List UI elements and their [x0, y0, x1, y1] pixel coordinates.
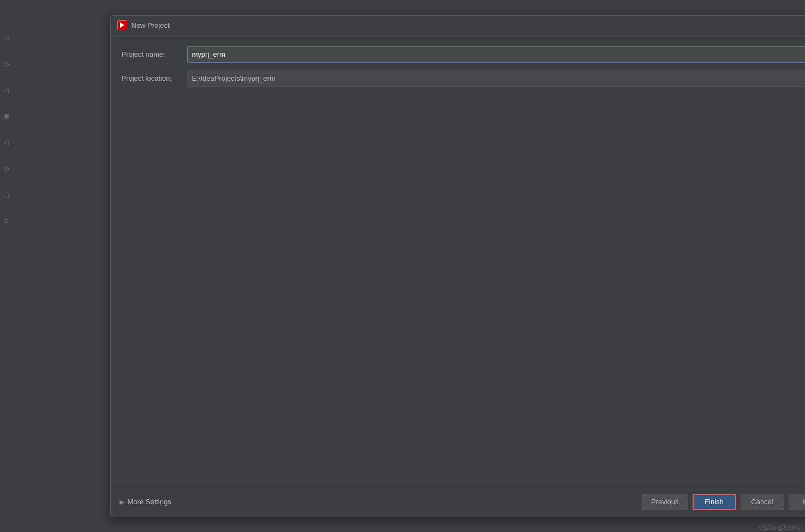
- project-location-input[interactable]: [187, 70, 806, 87]
- finish-button[interactable]: Finish: [693, 494, 736, 510]
- dialog-titlebar: New Project ✕: [111, 16, 806, 35]
- new-project-dialog: New Project ✕ Project name: Project loca…: [110, 15, 806, 517]
- project-name-input[interactable]: [187, 46, 806, 63]
- project-name-row: Project name:: [122, 46, 806, 63]
- sidebar: ◁ ◎ ◁ ▣ ◁ ◎ ▢ ≡: [0, 0, 12, 532]
- footer-buttons: Previous Finish Cancel Help: [642, 494, 805, 510]
- dialog-content: Project name: Project location: ...: [111, 35, 806, 487]
- app-logo-icon: [117, 20, 127, 30]
- sidebar-icon-5[interactable]: ◁: [1, 138, 11, 147]
- dialog-body: [122, 94, 806, 481]
- sidebar-icon-2[interactable]: ◎: [1, 59, 11, 69]
- dialog-title: New Project: [132, 21, 170, 29]
- sidebar-icon-1[interactable]: ◁: [1, 33, 11, 43]
- sidebar-icon-7[interactable]: ▢: [1, 190, 11, 200]
- project-location-label: Project location:: [122, 74, 182, 82]
- help-button[interactable]: Help: [789, 494, 806, 510]
- cancel-button[interactable]: Cancel: [741, 494, 784, 510]
- more-settings-label: More Settings: [128, 498, 171, 506]
- more-settings[interactable]: ▶ More Settings: [120, 498, 171, 506]
- project-location-row: Project location: ...: [122, 70, 806, 87]
- previous-button[interactable]: Previous: [642, 494, 688, 510]
- sidebar-icon-6[interactable]: ◎: [1, 164, 11, 174]
- sidebar-icon-8[interactable]: ≡: [1, 216, 11, 226]
- project-name-label: Project name:: [122, 50, 182, 58]
- status-bar: CSDN @509Fu: [754, 523, 805, 532]
- dialog-footer: ▶ More Settings Previous Finish Cancel H…: [111, 487, 806, 517]
- more-settings-arrow-icon: ▶: [120, 498, 124, 506]
- dialog-title-left: New Project: [117, 20, 170, 30]
- sidebar-icon-3[interactable]: ◁: [1, 85, 11, 95]
- sidebar-icon-4[interactable]: ▣: [1, 111, 11, 121]
